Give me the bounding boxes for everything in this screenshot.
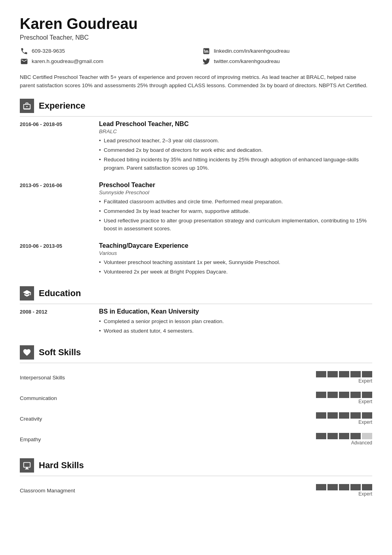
skill-name: Communication	[20, 388, 231, 408]
experience-list: 2016-06 - 2018-05Lead Preschool Teacher,…	[20, 121, 372, 278]
filled-bar	[327, 412, 338, 419]
email-icon	[20, 57, 29, 66]
skill-row: Interpersonal SkillsExpert	[20, 367, 372, 388]
date-range: 2013-05 - 2016-06	[20, 182, 91, 235]
skill-rating: Expert	[231, 408, 372, 429]
education-header: Education	[20, 286, 372, 304]
skill-rating: Expert	[231, 388, 372, 408]
bullet-item: Used reflective practice to alter group …	[99, 217, 372, 233]
edu-bullet-item: Completed a senior project in lesson pla…	[99, 318, 372, 326]
bullet-item: Lead preschool teacher, 2–3 year old cla…	[99, 137, 372, 145]
skill-bars	[231, 433, 372, 439]
skills-table: Classroom ManagmentExpert	[20, 480, 372, 501]
skill-bars	[231, 412, 372, 419]
degree-title: BS in Education, Kean University	[99, 308, 372, 315]
linkedin-icon	[202, 47, 211, 56]
contact-grid: 609-328-9635 linkedin.com/in/karenhgoudr…	[20, 47, 372, 66]
skill-rating: Advanced	[231, 429, 372, 450]
filled-bar	[339, 392, 349, 398]
skill-row: Classroom ManagmentExpert	[20, 480, 372, 501]
email-contact: karen.h.goudreau@gmail.com	[20, 57, 190, 66]
entry-content: Preschool TeacherSunnyside PreschoolFaci…	[99, 182, 372, 235]
edu-bullet-list: Completed a senior project in lesson pla…	[99, 318, 372, 335]
filled-bar	[350, 371, 361, 377]
filled-bar	[316, 412, 326, 419]
filled-bar	[362, 392, 372, 398]
bullet-item: Reduced biting incidents by 35% and hitt…	[99, 156, 372, 172]
bullet-item: Commended 2x by board of directors for w…	[99, 146, 372, 155]
filled-bar	[350, 433, 361, 439]
experience-entry: 2016-06 - 2018-05Lead Preschool Teacher,…	[20, 121, 372, 174]
soft-skills-icon	[20, 345, 34, 360]
education-title: Education	[39, 288, 81, 299]
skill-level-label: Expert	[231, 378, 372, 384]
filled-bar	[327, 433, 338, 439]
hard-skills-section: Hard Skills Classroom ManagmentExpert	[20, 458, 372, 501]
job-title: Preschool Teacher	[99, 182, 372, 189]
education-list: 2008 - 2012BS in Education, Kean Univers…	[20, 308, 372, 337]
skill-name: Creativity	[20, 408, 231, 429]
skill-level-label: Expert	[231, 491, 372, 497]
hard-skills-icon	[20, 458, 34, 473]
experience-title: Experience	[39, 101, 85, 111]
filled-bar	[316, 392, 326, 398]
filled-bar	[362, 371, 372, 377]
skill-bars	[231, 484, 372, 490]
linkedin-text: linkedin.com/in/karenhgoudreau	[214, 48, 289, 54]
company-name: Sunnyside Preschool	[99, 189, 372, 195]
date-range: 2016-06 - 2018-05	[20, 121, 91, 174]
bullet-item: Volunteered 2x per week at Bright Poppie…	[99, 268, 372, 276]
experience-entry: 2010-06 - 2013-05Teaching/Daycare Experi…	[20, 242, 372, 278]
svg-rect-0	[26, 106, 28, 107]
skill-rating: Expert	[231, 480, 372, 501]
soft-skills-list: Interpersonal SkillsExpertCommunicationE…	[20, 367, 372, 450]
experience-entry: 2013-05 - 2016-06Preschool TeacherSunnys…	[20, 182, 372, 235]
skill-bars	[231, 392, 372, 398]
filled-bar	[327, 392, 338, 398]
filled-bar	[339, 371, 349, 377]
skill-name: Classroom Managment	[20, 480, 231, 501]
filled-bar	[350, 484, 361, 490]
date-range: 2010-06 - 2013-05	[20, 242, 91, 278]
filled-bar	[327, 371, 338, 377]
filled-bar	[339, 484, 349, 490]
skill-row: CommunicationExpert	[20, 388, 372, 408]
phone-text: 609-328-9635	[32, 48, 65, 54]
soft-skills-title: Soft Skills	[39, 347, 81, 358]
skill-level-label: Expert	[231, 419, 372, 425]
skill-name: Interpersonal Skills	[20, 367, 231, 388]
experience-icon	[20, 99, 34, 113]
skill-row: CreativityExpert	[20, 408, 372, 429]
edu-bullet-item: Worked as student tutor, 4 semesters.	[99, 327, 372, 335]
twitter-contact: twitter.com/karenhgoudreau	[202, 57, 372, 66]
bullet-item: Commended 3x by lead teacher for warm, s…	[99, 207, 372, 216]
filled-bar	[339, 412, 349, 419]
hard-skills-header: Hard Skills	[20, 458, 372, 476]
resume-header: Karen Goudreau Preschool Teacher, NBC 60…	[20, 16, 372, 66]
filled-bar	[350, 392, 361, 398]
email-text: karen.h.goudreau@gmail.com	[32, 58, 103, 64]
candidate-name: Karen Goudreau	[20, 16, 372, 33]
edu-date-range: 2008 - 2012	[20, 308, 91, 337]
education-section: Education 2008 - 2012BS in Education, Ke…	[20, 286, 372, 337]
bullet-list: Lead preschool teacher, 2–3 year old cla…	[99, 137, 372, 172]
filled-bar	[316, 484, 326, 490]
linkedin-contact: linkedin.com/in/karenhgoudreau	[202, 47, 372, 56]
company-name: Various	[99, 250, 372, 256]
hard-skills-title: Hard Skills	[39, 460, 84, 471]
skill-bars	[231, 371, 372, 377]
soft-skills-header: Soft Skills	[20, 345, 372, 363]
filled-bar	[362, 412, 372, 419]
education-entry: 2008 - 2012BS in Education, Kean Univers…	[20, 308, 372, 337]
filled-bar	[327, 484, 338, 490]
summary-text: NBC Certified Preschool Teacher with 5+ …	[20, 73, 372, 90]
filled-bar	[339, 433, 349, 439]
bullet-item: Facilitated classroom activities and cir…	[99, 198, 372, 206]
soft-skills-section: Soft Skills Interpersonal SkillsExpertCo…	[20, 345, 372, 450]
education-icon	[20, 286, 34, 300]
filled-bar	[316, 371, 326, 377]
hard-skills-list: Classroom ManagmentExpert	[20, 480, 372, 501]
edu-content: BS in Education, Kean UniversityComplete…	[99, 308, 372, 337]
job-title: Teaching/Daycare Experience	[99, 242, 372, 249]
phone-contact: 609-328-9635	[20, 47, 190, 56]
